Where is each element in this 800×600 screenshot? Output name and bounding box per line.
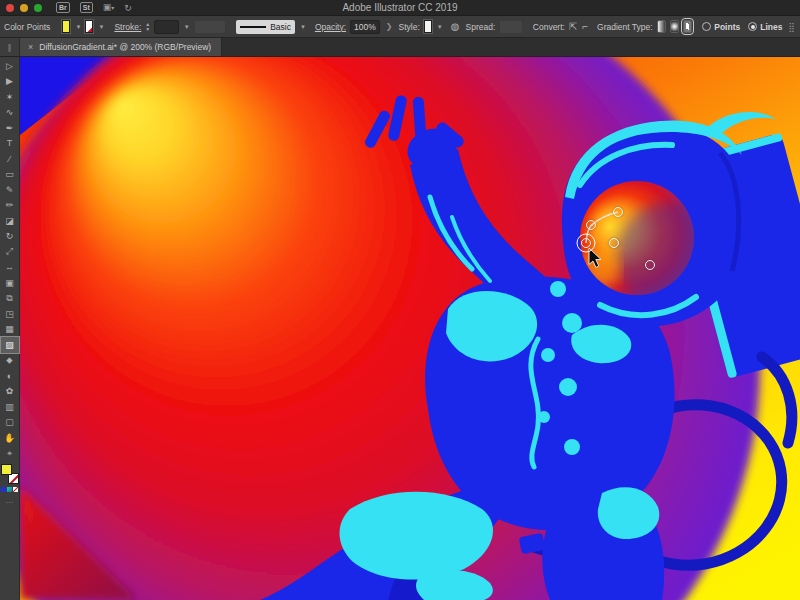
control-bar: Color Points ▼ ▼ Stroke: ▲▼ ▼ Basic▼ Opa… (0, 16, 800, 38)
stroke-weight-field[interactable] (154, 20, 179, 34)
none-mode-icon[interactable] (13, 487, 18, 492)
brush-chevron-icon[interactable]: ▼ (300, 24, 306, 30)
gradient-tool[interactable]: ▨ (1, 337, 19, 353)
eraser-tool[interactable]: ◪ (1, 213, 19, 229)
rotate-tool[interactable]: ↻ (1, 229, 19, 245)
column-graph-tool[interactable]: ▥ (1, 399, 19, 415)
toolbar-fill-stroke[interactable] (1, 464, 19, 484)
spread-field (499, 20, 522, 34)
gradient-stop[interactable] (586, 220, 596, 230)
blend-tool[interactable]: ◐ (1, 368, 19, 384)
gradient-stop[interactable] (645, 260, 655, 270)
minimize-window-button[interactable] (20, 4, 28, 12)
maximize-window-button[interactable] (34, 4, 42, 12)
opacity-field[interactable]: 100% (350, 20, 380, 34)
mesh-tool[interactable]: ▦ (1, 322, 19, 338)
stroke-weight-stepper[interactable]: ▲▼ (145, 22, 150, 31)
panel-overflow-icon[interactable]: ⣿ (788, 22, 796, 32)
tools-panel: ▷▶✶∿✒T∕▭✎✏◪↻⤢↔▣⧉◳▦▨⬥◐✿▥▢✋⌖… (0, 57, 20, 600)
pencil-tool[interactable]: ✏ (1, 198, 19, 214)
gradient-type-label: Gradient Type: (597, 22, 653, 32)
fill-chevron-icon[interactable]: ▼ (75, 24, 81, 30)
gradient-stop[interactable] (613, 207, 623, 217)
spread-label: Spread: (466, 22, 496, 32)
rectangle-tool[interactable]: ▭ (1, 167, 19, 183)
more-options-chevron-icon[interactable]: ❯ (386, 22, 393, 31)
color-mode-icon[interactable] (1, 487, 6, 492)
window-controls (6, 4, 42, 12)
radial-gradient-button[interactable] (670, 20, 679, 33)
gradient-stop[interactable] (609, 238, 619, 248)
convert-to-point-icon[interactable]: ⇱ (569, 20, 577, 34)
opacity-label[interactable]: Opacity: (315, 22, 346, 32)
close-tab-icon[interactable]: × (28, 42, 33, 52)
fill-swatch[interactable] (1, 464, 12, 475)
symbol-sprayer-tool[interactable]: ✿ (1, 384, 19, 400)
gradient-stop-selected[interactable] (581, 238, 591, 248)
linear-gradient-button[interactable] (657, 20, 666, 33)
recolor-artwork-icon[interactable]: ◍ (451, 20, 460, 34)
brush-stroke-preview (240, 26, 266, 28)
workspace-switcher-icon[interactable]: ▣▾ (103, 2, 115, 13)
convert-to-curve-icon[interactable]: ⌐ (581, 20, 589, 34)
pen-tool[interactable]: ✒ (1, 120, 19, 136)
paintbrush-tool[interactable]: ✎ (1, 182, 19, 198)
document-tab[interactable]: × DiffusionGradient.ai* @ 200% (RGB/Prev… (20, 38, 222, 56)
zoom-tool[interactable]: ⌖ (1, 446, 19, 462)
window-title: Adobe Illustrator CC 2019 (0, 2, 800, 13)
convert-label: Convert: (533, 22, 565, 32)
fill-color-swatch[interactable] (62, 20, 70, 33)
stock-icon[interactable]: St (80, 2, 93, 13)
artboard-tool[interactable]: ▢ (1, 415, 19, 431)
line-segment-tool[interactable]: ∕ (1, 151, 19, 167)
document-tab-bar: ∥ × DiffusionGradient.ai* @ 200% (RGB/Pr… (0, 38, 800, 57)
stroke-label[interactable]: Stroke: (114, 22, 141, 32)
bridge-icon[interactable]: Br (56, 2, 70, 13)
toolbar-grip-icon[interactable]: ∥ (0, 38, 20, 56)
document-tab-label: DiffusionGradient.ai* @ 200% (RGB/Previe… (39, 42, 211, 52)
radio-dot-icon (748, 22, 757, 31)
toolbar-more-icon[interactable]: … (6, 496, 14, 505)
radio-dot-icon (702, 22, 711, 31)
width-tool[interactable]: ↔ (1, 260, 19, 276)
magic-wand-tool[interactable]: ✶ (1, 89, 19, 105)
hand-tool[interactable]: ✋ (1, 430, 19, 446)
shape-builder-tool[interactable]: ⧉ (1, 291, 19, 307)
sync-settings-icon[interactable]: ↻ (124, 3, 132, 13)
stroke-weight-chevron-icon[interactable]: ▼ (184, 24, 190, 30)
freeform-gradient-button[interactable] (683, 20, 692, 33)
selection-tool[interactable]: ▶ (1, 74, 19, 90)
stroke-color-swatch[interactable] (85, 20, 93, 33)
style-chevron-icon[interactable]: ▼ (437, 24, 443, 30)
close-window-button[interactable] (6, 4, 14, 12)
stroke-chevron-icon[interactable]: ▼ (98, 24, 104, 30)
canvas[interactable] (20, 57, 800, 600)
style-swatch[interactable] (424, 20, 432, 33)
gradient-mode-icon[interactable] (7, 487, 12, 492)
draw-lines-radio[interactable]: Lines (748, 22, 782, 32)
lasso-tool[interactable]: ∿ (1, 105, 19, 121)
style-label: Style: (399, 22, 420, 32)
draw-points-radio[interactable]: Points (702, 22, 740, 32)
free-transform-tool[interactable]: ▣ (1, 275, 19, 291)
scale-tool[interactable]: ⤢ (1, 244, 19, 260)
type-tool[interactable]: T (1, 136, 19, 152)
variable-width-profile-field (194, 20, 226, 34)
title-bar: Br St ▣▾ ↻ Adobe Illustrator CC 2019 (0, 0, 800, 16)
eyedropper-tool[interactable]: ⬥ (1, 353, 19, 369)
perspective-grid-tool[interactable]: ◳ (1, 306, 19, 322)
artwork (20, 57, 800, 600)
color-points-label: Color Points (4, 22, 50, 32)
color-mode-buttons[interactable] (1, 487, 18, 492)
brush-definition-select[interactable]: Basic (236, 20, 295, 34)
direct-selection-tool[interactable]: ▷ (1, 58, 19, 74)
